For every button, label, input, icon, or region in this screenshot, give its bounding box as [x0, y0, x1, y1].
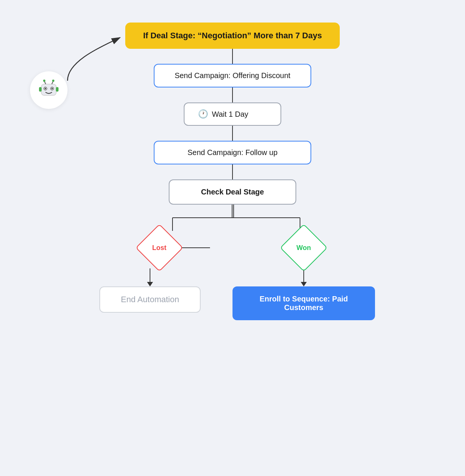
lost-label: Lost [152, 244, 166, 252]
robot-avatar [30, 71, 68, 109]
check-deal-box[interactable]: Check Deal Stage [169, 179, 296, 205]
enroll-box[interactable]: Enroll to Sequence: Paid Customers [232, 286, 375, 320]
branch-right: Won Enroll to Sequence: Paid Customers [232, 231, 375, 320]
flow-container: If Deal Stage: “Negotiation” More than 7… [86, 23, 379, 320]
lost-arrow-down [147, 268, 153, 286]
branch-section: Lost End Automation Won [86, 205, 379, 320]
connector-4 [232, 164, 233, 179]
won-arrow-down [301, 268, 307, 286]
clock-icon: 🕐 [198, 109, 208, 119]
end-automation-box[interactable]: End Automation [99, 286, 201, 313]
connector-1 [232, 49, 233, 64]
trigger-box[interactable]: If Deal Stage: “Negotiation” More than 7… [125, 23, 340, 49]
connector-2 [232, 87, 233, 102]
connector-3 [232, 126, 233, 141]
svg-rect-10 [56, 87, 58, 92]
wait-label: Wait 1 Day [212, 110, 248, 119]
svg-point-4 [51, 88, 53, 89]
svg-point-8 [52, 80, 54, 82]
won-diamond[interactable]: Won [280, 224, 327, 271]
svg-point-6 [43, 80, 45, 82]
branch-row: Lost End Automation Won [90, 231, 375, 320]
send-campaign-1-box[interactable]: Send Campaign: Offering Discount [154, 64, 311, 87]
t-split-svg [90, 205, 375, 231]
branch-left: Lost End Automation [90, 231, 210, 313]
send-campaign-2-box[interactable]: Send Campaign: Follow up [154, 141, 311, 164]
svg-rect-9 [39, 87, 42, 92]
svg-point-3 [45, 88, 46, 89]
robot-icon [38, 79, 60, 101]
won-label: Won [297, 244, 311, 252]
wait-1-box[interactable]: 🕐 Wait 1 Day [184, 102, 281, 126]
canvas: If Deal Stage: “Negotiation” More than 7… [0, 0, 465, 476]
